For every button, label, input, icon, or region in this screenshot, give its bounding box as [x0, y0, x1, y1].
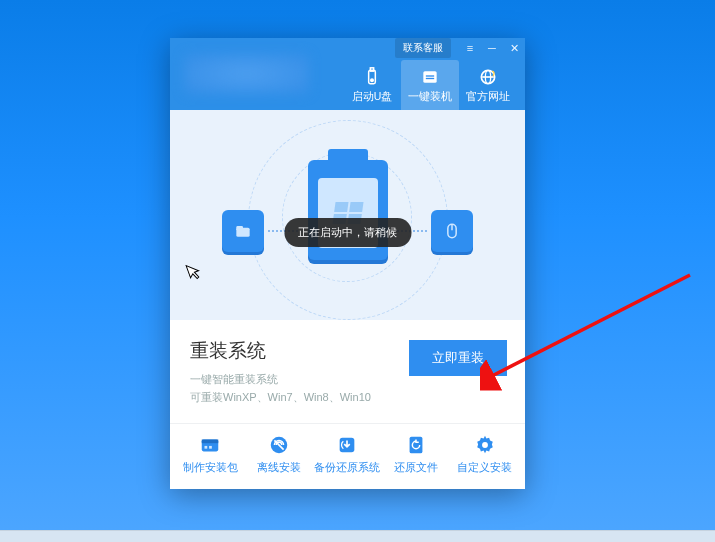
action-backup-restore[interactable]: 备份还原系统: [313, 434, 382, 475]
svg-rect-3: [423, 71, 436, 83]
action-label: 离线安装: [257, 461, 301, 475]
restore-file-icon: [405, 434, 427, 456]
svg-rect-19: [410, 437, 423, 454]
action-custom-install[interactable]: 自定义安装: [450, 434, 519, 475]
package-icon: [199, 434, 221, 456]
hero-illustration: 正在启动中，请稍候: [170, 110, 525, 320]
tab-official-site[interactable]: 官方网址: [459, 60, 517, 110]
app-logo-blurred: [184, 54, 309, 94]
app-header: 联系客服 ≡ ─ ✕ 启动U盘 一键装机: [170, 38, 525, 110]
desktop-taskbar: [0, 530, 715, 542]
svg-rect-9: [236, 226, 243, 230]
reinstall-text: 重装系统 一键智能重装系统 可重装WinXP、Win7、Win8、Win10: [190, 338, 371, 405]
satellite-left: [222, 210, 264, 252]
svg-point-21: [482, 442, 488, 448]
svg-point-2: [371, 79, 374, 82]
tab-label: 官方网址: [466, 90, 510, 104]
action-label: 自定义安装: [457, 461, 512, 475]
mouse-icon: [442, 221, 462, 241]
center-device: [308, 160, 388, 270]
tab-label: 启动U盘: [352, 90, 393, 104]
tab-boot-usb[interactable]: 启动U盘: [343, 60, 401, 110]
reinstall-subtitle-2: 可重装WinXP、Win7、Win8、Win10: [190, 390, 371, 405]
action-label: 备份还原系统: [314, 461, 380, 475]
ie-icon: [478, 67, 498, 87]
reinstall-now-button[interactable]: 立即重装: [409, 340, 507, 376]
reinstall-section: 重装系统 一键智能重装系统 可重装WinXP、Win7、Win8、Win10 立…: [170, 320, 525, 423]
action-offline-install[interactable]: 离线安装: [245, 434, 314, 475]
satellite-right: [431, 210, 473, 252]
action-label: 制作安装包: [183, 461, 238, 475]
folder-icon: [233, 221, 253, 241]
tab-one-click-install[interactable]: 一键装机: [401, 60, 459, 110]
svg-rect-15: [209, 446, 212, 449]
action-label: 还原文件: [394, 461, 438, 475]
action-make-package[interactable]: 制作安装包: [176, 434, 245, 475]
close-button[interactable]: ✕: [503, 38, 525, 58]
svg-rect-14: [205, 446, 208, 449]
contact-support-button[interactable]: 联系客服: [395, 38, 451, 58]
svg-rect-5: [426, 77, 434, 78]
usb-icon: [362, 67, 382, 87]
menu-icon[interactable]: ≡: [459, 38, 481, 58]
gear-icon: [474, 434, 496, 456]
reinstall-title: 重装系统: [190, 338, 371, 364]
action-restore-files[interactable]: 还原文件: [382, 434, 451, 475]
minimize-button[interactable]: ─: [481, 38, 503, 58]
tab-label: 一键装机: [408, 90, 452, 104]
svg-rect-13: [202, 440, 219, 444]
svg-rect-1: [370, 67, 373, 70]
loading-toast: 正在启动中，请稍候: [284, 218, 411, 247]
bottom-actions: 制作安装包 离线安装 备份还原系统 还原文件: [170, 423, 525, 489]
reinstall-subtitle-1: 一键智能重装系统: [190, 372, 371, 387]
window-controls: 联系客服 ≡ ─ ✕: [395, 38, 525, 58]
installer-icon: [420, 67, 440, 87]
backup-icon: [336, 434, 358, 456]
installer-app-window: 联系客服 ≡ ─ ✕ 启动U盘 一键装机: [170, 38, 525, 489]
header-tabs: 启动U盘 一键装机 官方网址: [343, 60, 517, 110]
offline-icon: [268, 434, 290, 456]
svg-rect-4: [426, 75, 434, 76]
